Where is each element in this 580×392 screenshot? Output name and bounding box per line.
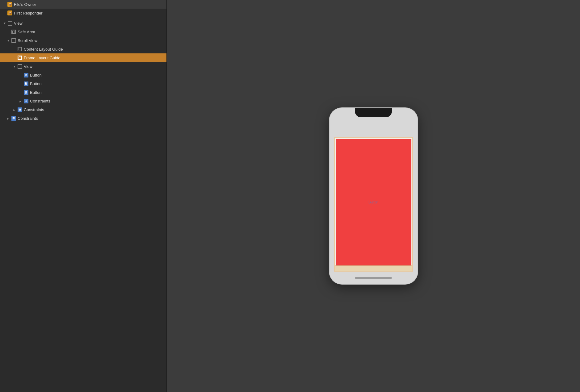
sidebar-item-constraints-inner[interactable]: ▼ ⊞ Constraints [0,97,166,105]
view-root-label: View [14,21,23,26]
red-content-area: Button [336,139,411,265]
constraints-inner-label: Constraints [30,99,50,103]
scroll-bottom-bar [335,265,412,271]
constraints-icon: ⊞ [23,98,28,103]
iphone-notch [355,108,392,117]
button2-label: Button [30,81,42,86]
first-responder-label: First Responder [14,11,42,15]
button-in-canvas: Button [368,200,378,204]
expand-icon: ▼ [6,38,11,43]
expand-icon: ▼ [12,64,17,69]
button1-label: Button [30,73,42,77]
iphone-bottom-bar [330,272,418,284]
button-icon: B [23,90,28,95]
safe-area-label: Safe Area [18,30,35,34]
iphone-mockup: Button [330,108,418,284]
button3-label: Button [30,90,42,95]
sidebar-item-button3[interactable]: ▶ B Button [0,88,166,97]
sidebar-item-button2[interactable]: ▶ B Button [0,79,166,88]
scroll-view-label: Scroll View [18,38,37,43]
iphone-screen: Button [330,108,418,284]
guide-icon [11,29,16,34]
home-indicator [355,277,392,279]
cube-icon: 📦 [7,10,12,15]
view-icon [11,38,16,43]
guide-icon [17,47,22,52]
divider [0,18,166,18]
expand-icon: ▼ [12,107,17,112]
constraints-root-label: Constraints [18,116,38,121]
constraints-icon: ⊞ [17,107,22,112]
sidebar: ▶ 📦 File's Owner ▶ 📦 First Responder ▼ V… [0,0,167,392]
main-canvas: Button [167,0,580,392]
view-icon [17,64,22,69]
constraints-mid-label: Constraints [24,107,44,112]
sidebar-item-safe-area[interactable]: ▶ Safe Area [0,27,166,36]
sidebar-item-frame-layout-guide[interactable]: ▶ Frame Layout Guide [0,53,166,62]
expand-icon: ▼ [6,116,11,120]
frame-layout-guide-label: Frame Layout Guide [24,56,61,60]
guide-icon [17,55,22,60]
sidebar-item-content-layout-guide[interactable]: ▶ Content Layout Guide [0,45,166,53]
button-icon: B [23,73,28,77]
sidebar-item-view-inner[interactable]: ▼ View [0,62,166,71]
sidebar-item-scroll-view[interactable]: ▼ Scroll View [0,36,166,45]
scroll-view-container: Button [334,137,413,272]
sidebar-item-first-responder[interactable]: ▶ 📦 First Responder [0,9,166,17]
sidebar-item-constraints-root[interactable]: ▼ ⊞ Constraints [0,114,166,123]
sidebar-item-constraints-mid[interactable]: ▼ ⊞ Constraints [0,105,166,114]
cube-icon: 📦 [7,2,12,7]
sidebar-item-view-root[interactable]: ▼ View [0,19,166,27]
files-owner-label: File's Owner [14,2,36,7]
sidebar-item-files-owner[interactable]: ▶ 📦 File's Owner [0,0,166,9]
sidebar-item-button1[interactable]: ▶ B Button [0,71,166,79]
view-inner-label: View [24,64,32,69]
expand-icon: ▼ [2,21,7,25]
constraints-icon: ⊞ [11,116,16,121]
button-icon: B [23,81,28,86]
content-layout-guide-label: Content Layout Guide [24,47,63,52]
expand-icon: ▼ [19,99,23,103]
view-icon [7,21,12,26]
